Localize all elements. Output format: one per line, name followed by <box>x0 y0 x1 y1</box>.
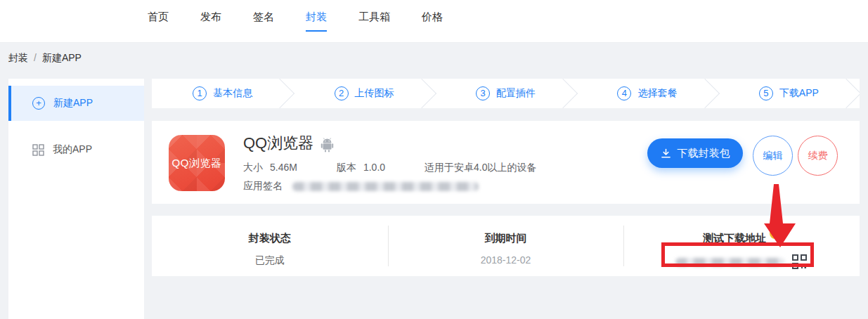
status-col-test-download-url: 测试下载地址 ? <box>623 216 860 276</box>
nav-item-label: 发布 <box>200 11 221 32</box>
step-configure-plugins[interactable]: 3 配置插件 <box>435 79 576 108</box>
renew-button[interactable]: 续费 <box>798 136 838 176</box>
android-icon <box>320 138 334 152</box>
nav-item-label: 签名 <box>253 11 274 32</box>
nav-item-sign[interactable]: 签名 <box>253 11 274 32</box>
download-url-redacted-link[interactable] <box>675 258 785 266</box>
renew-button-label: 续费 <box>808 150 828 162</box>
signature-redacted-value <box>292 182 479 191</box>
step-number: 2 <box>335 86 349 100</box>
nav-item-label: 封装 <box>306 11 327 32</box>
breadcrumb: 封装/新建APP <box>8 52 82 65</box>
status-label: 测试下载地址 <box>703 232 766 245</box>
status-label: 封装状态 <box>249 232 291 245</box>
help-icon[interactable]: ? <box>770 228 780 239</box>
nav-item-label: 价格 <box>422 11 443 32</box>
nav-item-package[interactable]: 封装 <box>306 11 327 32</box>
step-basic-info[interactable]: 1 基本信息 <box>152 79 293 108</box>
step-label: 配置插件 <box>496 87 536 100</box>
sidebar-item-label: 我的APP <box>53 143 92 156</box>
nav-item-label: 工具箱 <box>358 11 390 32</box>
download-icon <box>661 148 671 159</box>
sidebar-item-my-apps[interactable]: 我的APP <box>8 132 144 167</box>
nav-item-price[interactable]: 价格 <box>422 11 443 32</box>
edit-button-label: 编辑 <box>763 150 783 162</box>
app-title: QQ浏览器 <box>243 133 313 154</box>
status-label: 到期时间 <box>485 232 527 245</box>
app-icon: QQ浏览器 <box>169 135 225 191</box>
grid-icon <box>32 144 44 156</box>
plus-circle-icon: + <box>32 97 45 110</box>
step-label: 选择套餐 <box>637 87 677 100</box>
sidebar-item-new-app[interactable]: + 新建APP <box>8 86 144 121</box>
sidebar: + 新建APP 我的APP <box>8 79 144 319</box>
nav-item-toolbox[interactable]: 工具箱 <box>358 11 390 32</box>
download-package-button[interactable]: 下载封装包 <box>647 138 743 168</box>
status-value: 已完成 <box>255 254 285 267</box>
step-label: 下载APP <box>779 87 819 100</box>
step-number: 3 <box>476 86 490 100</box>
nav-item-publish[interactable]: 发布 <box>200 11 221 32</box>
main-nav: 首页 发布 签名 封装 工具箱 价格 <box>148 11 443 32</box>
compatibility-text: 适用于安卓4.0以上的设备 <box>425 162 536 174</box>
qr-code-icon[interactable] <box>791 254 808 270</box>
step-number: 5 <box>759 86 773 100</box>
breadcrumb-separator: / <box>34 52 37 63</box>
status-row: 封装状态 已完成 到期时间 2018-12-02 测试下载地址 ? <box>152 216 860 276</box>
download-button-label: 下载封装包 <box>678 147 730 160</box>
app-icon-label: QQ浏览器 <box>172 157 222 170</box>
step-number: 4 <box>617 86 631 100</box>
breadcrumb-current: 新建APP <box>42 52 82 63</box>
step-number: 1 <box>193 86 207 100</box>
sidebar-item-label: 新建APP <box>53 97 93 110</box>
app-card: QQ浏览器 QQ浏览器 大小 5.46M 版本 <box>152 121 860 204</box>
step-label: 基本信息 <box>213 87 252 100</box>
status-col-expiry-date: 到期时间 2018-12-02 <box>388 216 624 276</box>
top-header: 首页 发布 签名 封装 工具箱 价格 <box>0 0 868 43</box>
status-value: 2018-12-02 <box>481 254 531 266</box>
nav-item-home[interactable]: 首页 <box>148 11 169 32</box>
breadcrumb-section[interactable]: 封装 <box>8 52 28 63</box>
size-label: 大小 <box>243 162 263 174</box>
step-select-plan[interactable]: 4 选择套餐 <box>576 79 718 108</box>
version-value: 1.0.0 <box>363 162 385 174</box>
version-label: 版本 <box>337 162 356 174</box>
step-upload-icon[interactable]: 2 上传图标 <box>293 79 434 108</box>
nav-item-label: 首页 <box>148 11 169 32</box>
signature-row: 应用签名 <box>243 180 479 193</box>
signature-label: 应用签名 <box>243 180 283 193</box>
step-label: 上传图标 <box>355 87 394 100</box>
app-info-row: 大小 5.46M 版本 1.0.0 适用于安卓4.0以上的设备 <box>243 162 537 174</box>
size-value: 5.46M <box>270 162 297 174</box>
step-wizard: 1 基本信息 2 上传图标 3 配置插件 4 选择套餐 5 下载APP <box>152 79 860 108</box>
step-download-app[interactable]: 5 下载APP <box>718 79 860 108</box>
status-col-package-state: 封装状态 已完成 <box>152 216 388 276</box>
edit-button[interactable]: 编辑 <box>753 136 793 176</box>
